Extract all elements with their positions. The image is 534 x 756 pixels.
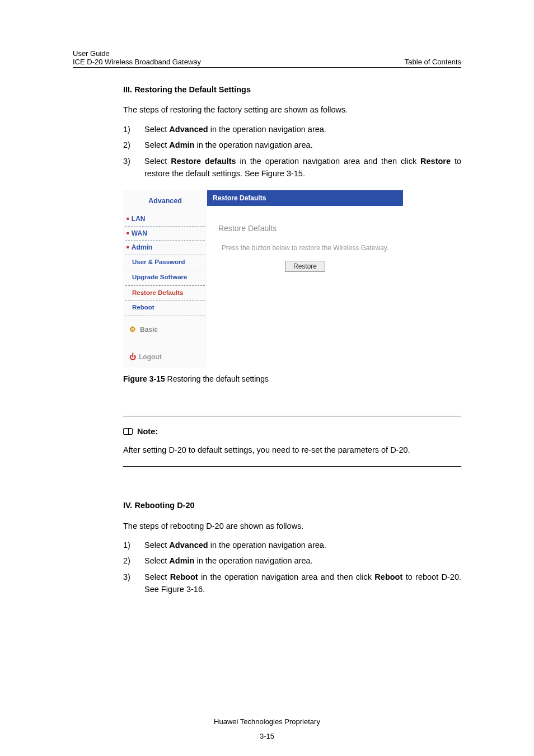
section-4-intro: The steps of rebooting D-20 are shown as… <box>123 520 461 532</box>
figure-caption-num: Figure 3-15 <box>123 374 165 383</box>
section-4-steps: 1) Select Advanced in the operation navi… <box>123 539 461 596</box>
sidebar: Advanced ■ LAN ■ WAN ■ Admin User & Pass… <box>123 190 207 368</box>
sidebar-sub-reboot[interactable]: Reboot <box>125 300 205 316</box>
figure-caption: Figure 3-15 Restoring the default settin… <box>123 373 461 386</box>
bullet-icon: ■ <box>127 215 129 222</box>
s4-step-text-2: Select Admin in the operation navigation… <box>144 555 461 567</box>
sidebar-title: Advanced <box>125 196 205 206</box>
s4-step-text-3: Select Reboot in the operation navigatio… <box>144 571 461 596</box>
step-num-2: 2) <box>123 139 144 151</box>
section-4: IV. Rebooting D-20 The steps of rebootin… <box>123 499 461 596</box>
header-userguide: User Guide <box>73 49 201 58</box>
restore-button[interactable]: Restore <box>285 261 325 272</box>
sidebar-item-lan[interactable]: ■ LAN <box>125 212 205 227</box>
note-head: Note: <box>123 425 461 438</box>
sidebar-item-admin[interactable]: ■ Admin <box>125 241 205 255</box>
app-screenshot: Advanced ■ LAN ■ WAN ■ Admin User & Pass… <box>123 190 403 368</box>
sidebar-sub-upgrade[interactable]: Upgrade Software <box>125 270 205 285</box>
page: User Guide ICE D-20 Wireless Broadband G… <box>0 0 534 596</box>
sidebar-basic[interactable]: ⚙ Basic <box>129 325 205 335</box>
app-main: Restore Defaults Restore Defaults Press … <box>207 190 403 368</box>
step-3: 3) Select Restore defaults in the operat… <box>123 155 461 180</box>
sidebar-label-wan: WAN <box>132 228 147 239</box>
page-header: User Guide ICE D-20 Wireless Broadband G… <box>73 49 461 68</box>
power-icon: ⏻ <box>129 353 137 361</box>
s4-step-1: 1) Select Advanced in the operation navi… <box>123 539 461 551</box>
header-device: ICE D-20 Wireless Broadband Gateway <box>73 58 201 66</box>
book-icon <box>123 428 133 435</box>
header-left: User Guide ICE D-20 Wireless Broadband G… <box>73 49 201 66</box>
section-3-intro: The steps of restoring the factory setti… <box>123 104 461 116</box>
step-text-1: Select Advanced in the operation navigat… <box>144 123 461 135</box>
bullet-icon: ■ <box>127 230 129 237</box>
sidebar-item-wan[interactable]: ■ WAN <box>125 227 205 241</box>
sidebar-basic-label: Basic <box>140 325 158 335</box>
panel-text: Press the button below to restore the Wi… <box>213 243 397 253</box>
s4-step-num-2: 2) <box>123 555 144 567</box>
s4-step-2: 2) Select Admin in the operation navigat… <box>123 555 461 567</box>
sidebar-sub-user-password[interactable]: User & Password <box>125 255 205 270</box>
note-label: Note: <box>137 425 158 438</box>
page-number: 3-15 <box>0 732 534 740</box>
panel-title: Restore Defaults <box>213 223 397 235</box>
step-num-1: 1) <box>123 123 144 135</box>
sidebar-logout[interactable]: ⏻ Logout <box>129 352 205 363</box>
figure-caption-text: Restoring the default settings <box>165 374 269 383</box>
s4-step-num-3: 3) <box>123 571 144 596</box>
section-3-steps: 1) Select Advanced in the operation navi… <box>123 123 461 180</box>
section-4-title: IV. Rebooting D-20 <box>123 499 461 511</box>
figure-3-15: Advanced ■ LAN ■ WAN ■ Admin User & Pass… <box>123 190 461 386</box>
step-text-2: Select Admin in the operation navigation… <box>144 139 461 151</box>
s4-step-text-1: Select Advanced in the operation navigat… <box>144 539 461 551</box>
content-area: III. Restoring the Default Settings The … <box>73 83 461 596</box>
note-text: After setting D-20 to default settings, … <box>123 444 461 456</box>
bullet-icon: ■ <box>127 244 129 251</box>
main-header-bar: Restore Defaults <box>207 190 403 206</box>
section-3-title: III. Restoring the Default Settings <box>123 83 461 96</box>
header-right: Table of Contents <box>405 58 461 66</box>
s4-step-3: 3) Select Reboot in the operation naviga… <box>123 571 461 596</box>
note-block: Note: After setting D-20 to default sett… <box>123 416 461 467</box>
sidebar-label-lan: LAN <box>132 214 146 224</box>
step-text-3: Select Restore defaults in the operation… <box>144 155 461 180</box>
sidebar-logout-label: Logout <box>139 352 162 363</box>
sidebar-label-admin: Admin <box>132 242 152 253</box>
step-2: 2) Select Admin in the operation navigat… <box>123 139 461 151</box>
step-1: 1) Select Advanced in the operation navi… <box>123 123 461 135</box>
main-panel: Restore Defaults Press the button below … <box>207 206 403 289</box>
sidebar-sub-restore-defaults[interactable]: Restore Defaults <box>125 285 205 301</box>
s4-step-num-1: 1) <box>123 539 144 551</box>
step-num-3: 3) <box>123 155 144 180</box>
footer-proprietary: Huawei Technologies Proprietary <box>0 717 534 726</box>
gear-icon: ⚙ <box>129 326 137 334</box>
